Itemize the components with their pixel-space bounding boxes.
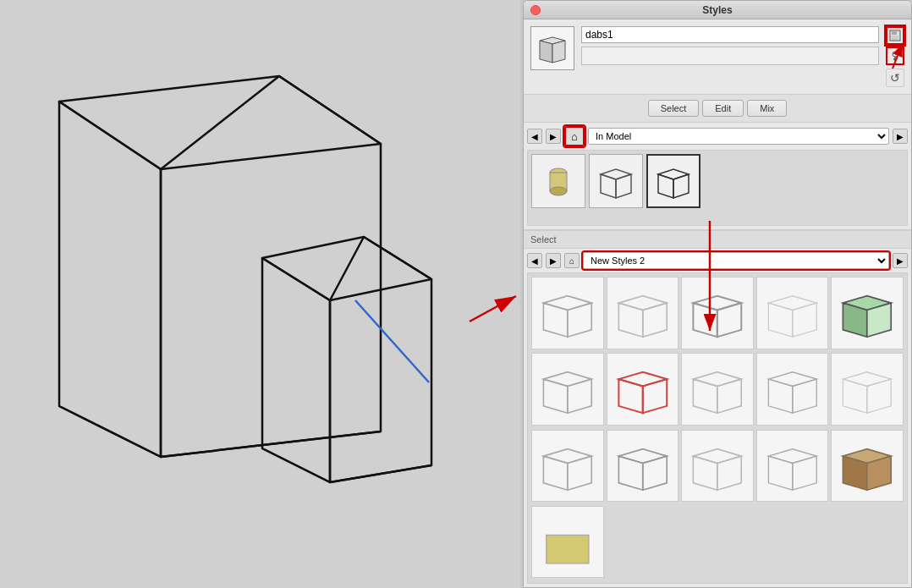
select-thumb-1[interactable] (531, 277, 604, 349)
select-folder-dropdown[interactable]: New Styles 2 New Styles (583, 252, 889, 269)
svg-marker-44 (768, 296, 816, 310)
select-thumb-15[interactable] (831, 430, 904, 503)
styles-panel: Styles (523, 0, 912, 588)
export-button-inmodel[interactable]: ▶ (893, 129, 908, 144)
svg-marker-54 (618, 379, 642, 413)
select-thumb-14[interactable] (756, 430, 829, 503)
svg-marker-50 (543, 372, 591, 387)
svg-marker-16 (552, 41, 565, 63)
svg-marker-51 (543, 379, 567, 413)
refresh-button[interactable]: ↺ (886, 69, 904, 87)
forward-button-select[interactable]: ▶ (546, 253, 561, 268)
svg-marker-75 (768, 456, 792, 490)
svg-marker-65 (543, 448, 591, 463)
tab-mix[interactable]: Mix (747, 100, 787, 117)
svg-marker-42 (694, 303, 717, 337)
svg-marker-60 (768, 379, 792, 413)
in-model-nav-bar: ◀ ▶ ⌂ In Model ▶ (527, 126, 908, 146)
panel-titlebar: Styles (524, 1, 911, 19)
tab-edit[interactable]: Edit (702, 100, 744, 117)
select-thumb-12[interactable] (607, 430, 679, 503)
style-thumb-1[interactable] (531, 154, 585, 208)
svg-marker-71 (694, 448, 742, 463)
svg-point-27 (550, 187, 567, 195)
home-button-inmodel[interactable]: ⌂ (564, 126, 585, 146)
svg-marker-36 (543, 303, 567, 337)
inmodel-dropdown[interactable]: In Model (588, 128, 889, 145)
select-thumb-3[interactable] (681, 277, 754, 349)
select-nav-bar: ◀ ▶ ⌂ New Styles 2 New Styles ▶ (527, 252, 908, 269)
svg-marker-43 (717, 303, 741, 337)
svg-marker-69 (618, 456, 642, 490)
in-model-grid (527, 150, 908, 226)
select-thumb-6[interactable] (531, 353, 604, 426)
svg-marker-37 (568, 303, 591, 337)
svg-marker-56 (694, 372, 742, 387)
svg-marker-31 (658, 169, 689, 179)
select-thumb-13[interactable] (681, 430, 754, 503)
select-thumb-4[interactable] (756, 277, 829, 349)
panel-close-button[interactable] (530, 5, 541, 15)
svg-marker-35 (543, 296, 591, 310)
svg-marker-73 (717, 456, 741, 490)
svg-marker-57 (694, 379, 717, 413)
svg-marker-29 (601, 174, 616, 198)
svg-marker-32 (658, 174, 673, 198)
save-style-button[interactable] (886, 26, 904, 45)
svg-marker-70 (642, 456, 666, 490)
svg-marker-38 (618, 296, 667, 310)
svg-rect-0 (0, 0, 520, 588)
svg-marker-46 (793, 303, 816, 337)
svg-marker-40 (642, 303, 666, 337)
home-button-select[interactable]: ⌂ (564, 253, 580, 268)
select-thumb-10[interactable] (831, 353, 904, 426)
select-thumb-16[interactable] (531, 506, 604, 579)
style-header: ↺ (524, 19, 911, 95)
svg-rect-18 (892, 30, 897, 35)
style-thumb-2[interactable] (589, 154, 643, 208)
select-thumb-8[interactable] (681, 353, 754, 426)
style-name-input[interactable] (581, 26, 879, 43)
svg-point-20 (893, 52, 898, 57)
svg-marker-68 (618, 448, 667, 463)
svg-marker-33 (673, 174, 689, 198)
select-thumb-5[interactable] (831, 277, 904, 349)
select-section: ◀ ▶ ⌂ New Styles 2 New Styles ▶ (524, 249, 911, 587)
export-button-select[interactable]: ▶ (893, 253, 908, 268)
svg-marker-53 (618, 372, 667, 387)
select-thumb-2[interactable] (607, 277, 679, 349)
svg-rect-19 (892, 36, 898, 40)
paint-style-button[interactable] (886, 47, 904, 65)
tab-select[interactable]: Select (648, 100, 700, 117)
svg-marker-62 (843, 372, 892, 387)
svg-marker-63 (843, 379, 867, 413)
panel-title: Styles (702, 4, 732, 16)
tabs-row: Select Edit Mix (524, 95, 911, 123)
svg-marker-15 (540, 41, 552, 63)
svg-marker-76 (793, 456, 816, 490)
select-thumb-11[interactable] (531, 430, 604, 503)
back-button-select[interactable]: ◀ (527, 253, 542, 268)
svg-marker-30 (616, 174, 631, 198)
select-thumb-9[interactable] (756, 353, 829, 426)
svg-marker-59 (768, 372, 816, 387)
svg-marker-61 (793, 379, 816, 413)
svg-marker-39 (618, 303, 642, 337)
sketch-canvas (0, 0, 520, 588)
svg-marker-28 (601, 169, 631, 179)
svg-marker-66 (543, 456, 567, 490)
forward-button-inmodel[interactable]: ▶ (546, 129, 561, 144)
select-thumb-7[interactable] (607, 353, 679, 426)
svg-marker-58 (717, 379, 741, 413)
svg-marker-74 (768, 448, 816, 463)
svg-rect-80 (547, 535, 589, 563)
svg-marker-67 (568, 456, 591, 490)
back-button-inmodel[interactable]: ◀ (527, 129, 542, 144)
svg-marker-45 (768, 303, 792, 337)
drawing-area (0, 0, 520, 588)
select-grid (527, 272, 908, 584)
in-model-section: ◀ ▶ ⌂ In Model ▶ (524, 123, 911, 230)
style-thumb-3[interactable] (646, 154, 700, 208)
style-preview (530, 26, 574, 70)
select-section-label: Select (524, 230, 911, 249)
